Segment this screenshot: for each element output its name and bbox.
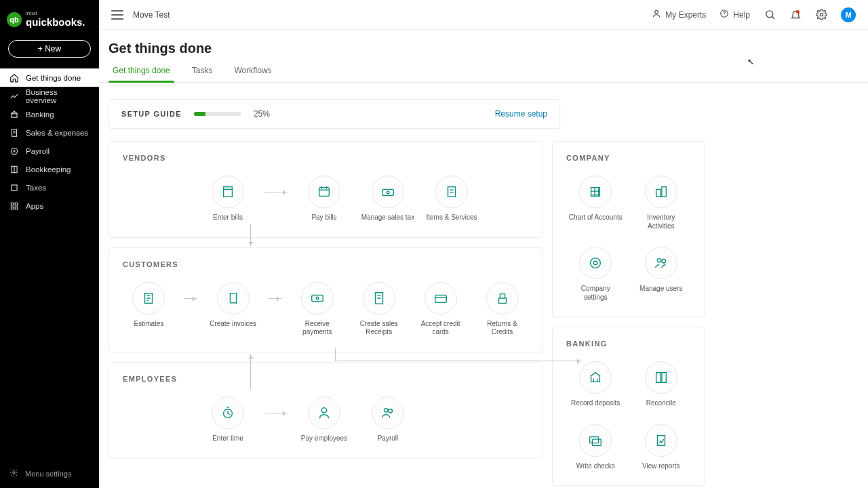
receive-payments[interactable]: Receive payments (291, 282, 343, 337)
tab-tasks[interactable]: Tasks (188, 66, 217, 82)
avatar[interactable]: M (841, 7, 856, 22)
sidebar-item-taxes[interactable]: Taxes (0, 178, 99, 197)
employees-title: EMPLOYEES (123, 375, 528, 383)
menu-settings-label: Menu settings (25, 470, 71, 478)
estimates[interactable]: Estimates (123, 282, 175, 329)
my-experts[interactable]: My Experts (652, 9, 706, 20)
notifications-icon[interactable] (789, 9, 802, 21)
tab-workflows[interactable]: Workflows (230, 66, 275, 82)
create-invoices[interactable]: Create invoices (207, 282, 259, 329)
sidebar-item-apps[interactable]: Apps (0, 197, 99, 215)
banking-panel: BANKING Record deposits Reconcile Write … (552, 327, 705, 486)
svg-point-8 (13, 472, 15, 474)
menu-settings[interactable]: Menu settings (0, 462, 99, 488)
connector-line (250, 354, 251, 389)
content: ↖ SETUP GUIDE 25% Resume setup VENDORS E… (99, 83, 868, 488)
view-reports[interactable]: View reports (634, 424, 688, 471)
deposits-icon (579, 361, 612, 394)
sidebar: qb intuit quickbooks. + New Get things d… (0, 0, 99, 488)
logo-intuit: intuit (26, 11, 85, 16)
arrow-icon (264, 413, 288, 413)
logo-mark-icon: qb (7, 12, 22, 27)
sidebar-item-get-things-done[interactable]: Get things done (0, 68, 99, 87)
apps-icon (9, 201, 19, 211)
sidebar-item-banking[interactable]: Banking (0, 105, 99, 123)
chart-icon (9, 92, 19, 101)
chart-of-accounts[interactable]: Chart of Accounts (568, 176, 623, 230)
logo[interactable]: qb intuit quickbooks. (0, 0, 99, 40)
payroll[interactable]: Payroll (361, 396, 415, 443)
help-label: Help (733, 10, 750, 20)
pay-bills-icon (308, 176, 340, 208)
reconcile[interactable]: Reconcile (634, 361, 688, 408)
main: Move Test My Experts Help M Get things d… (99, 0, 868, 488)
connector-line (335, 361, 582, 361)
svg-rect-19 (312, 295, 323, 301)
enter-time[interactable]: Enter time (201, 396, 255, 443)
payments-icon (301, 282, 334, 314)
setup-percent: 25% (254, 109, 270, 119)
manage-users[interactable]: Manage users (634, 247, 688, 302)
payroll-flow-icon (372, 396, 404, 429)
inventory-activities[interactable]: Inventory Activities (634, 176, 688, 230)
svg-rect-38 (657, 435, 665, 445)
sidebar-item-sales-expenses[interactable]: Sales & expenses (0, 123, 99, 142)
page-title: Get things done (108, 41, 859, 56)
sidebar-item-payroll[interactable]: Payroll (0, 142, 99, 160)
resume-setup-link[interactable]: Resume setup (495, 109, 547, 119)
record-deposits[interactable]: Record deposits (568, 361, 623, 408)
pay-employees[interactable]: Pay employees (297, 396, 351, 443)
help-button[interactable]: Help (719, 9, 750, 20)
sidebar-item-bookkeeping[interactable]: Bookkeeping (0, 160, 99, 178)
svg-point-33 (662, 260, 666, 264)
coa-icon (579, 176, 612, 208)
inventory-icon (645, 176, 677, 208)
sidebar-item-label: Sales & expenses (26, 129, 88, 137)
items-icon (435, 176, 468, 208)
svg-rect-4 (11, 203, 14, 205)
new-button[interactable]: + New (8, 40, 91, 58)
arrow-icon (184, 298, 197, 299)
enter-bills[interactable]: Enter bills (201, 176, 255, 222)
dashboard: VENDORS Enter bills Pay bills Manage sal… (108, 141, 859, 486)
svg-rect-14 (319, 188, 330, 197)
company-title: COMPANY (566, 154, 690, 162)
enter-bills-icon (212, 176, 244, 208)
search-icon[interactable] (764, 9, 776, 21)
hamburger-icon[interactable] (111, 10, 123, 20)
svg-rect-7 (15, 207, 18, 209)
employees-panel: EMPLOYEES Enter time Pay employees Payro… (108, 362, 542, 459)
accept-credit-cards[interactable]: Accept credit cards (414, 282, 467, 337)
credit-card-icon (425, 282, 457, 314)
company-settings[interactable]: Company settings (568, 247, 623, 302)
svg-rect-6 (11, 207, 14, 209)
svg-rect-34 (656, 373, 660, 383)
sidebar-item-label: Bookkeeping (26, 165, 71, 174)
settings-icon[interactable] (815, 9, 827, 21)
tab-get-things-done[interactable]: Get things done (108, 66, 174, 82)
returns-credits[interactable]: Returns & Credits (476, 282, 528, 337)
sidebar-item-business-overview[interactable]: Business overview (0, 87, 99, 105)
customers-title: CUSTOMERS (123, 260, 528, 268)
page-header: Get things done (99, 30, 868, 56)
logo-brand: quickbooks. (26, 16, 85, 28)
pay-bills[interactable]: Pay bills (297, 176, 351, 222)
my-experts-label: My Experts (665, 10, 706, 20)
sales-tax-icon (372, 176, 404, 208)
create-sales-receipts[interactable]: Create sales Receipts (353, 282, 405, 337)
company-settings-icon (579, 247, 612, 279)
svg-point-31 (591, 258, 601, 268)
svg-point-11 (766, 11, 772, 18)
items-services[interactable]: Items & Services (425, 176, 479, 222)
gear-icon (9, 468, 18, 479)
company-name: Move Test (133, 10, 170, 20)
write-checks[interactable]: Write checks (568, 424, 623, 471)
company-panel: COMPANY Chart of Accounts Inventory Acti… (552, 141, 705, 317)
receipt-icon (9, 128, 19, 138)
manage-sales-tax[interactable]: Manage sales tax (361, 176, 415, 222)
expert-icon (652, 9, 661, 20)
home-icon (9, 73, 19, 83)
svg-rect-15 (382, 189, 394, 195)
reconcile-icon (645, 361, 677, 394)
time-icon (212, 396, 244, 429)
